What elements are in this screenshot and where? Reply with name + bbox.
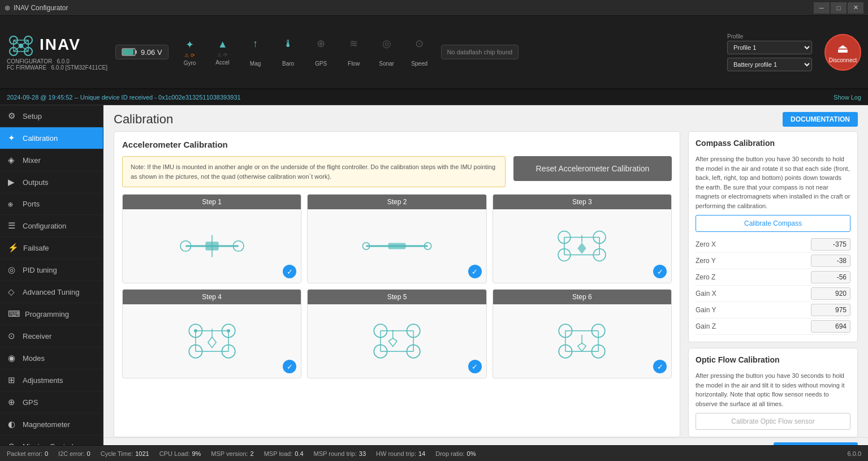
show-log-button[interactable]: Show Log — [834, 94, 861, 101]
gain-x-input[interactable] — [811, 287, 850, 300]
outputs-icon: ▶ — [8, 177, 18, 187]
inav-logo-icon — [7, 33, 35, 56]
i2c-error-label: I2C error: — [58, 450, 84, 457]
app-icon: ⊛ — [5, 4, 10, 12]
ports-icon: ⎈ — [8, 199, 18, 209]
step-6-check: ✓ — [653, 360, 667, 373]
save-reboot-button[interactable]: Save and Reboot — [774, 442, 858, 445]
drop-ratio-value: 0% — [467, 450, 476, 457]
failsafe-icon: ⚡ — [8, 243, 19, 253]
zero-x-input[interactable] — [811, 238, 850, 251]
accel-section: Accelerometer Calibration Note: If the I… — [114, 131, 680, 437]
sensor-speed: ⊙ Speed — [405, 37, 434, 67]
speed-icon: ⊙ — [415, 37, 424, 50]
cpu-load-value: 9% — [192, 450, 201, 457]
gain-z-label: Gain Z — [696, 322, 716, 330]
optic-flow-panel: Optic Flow Calibration After pressing th… — [688, 348, 858, 437]
baro-icon: 🌡 — [283, 38, 293, 50]
profile-select[interactable]: Profile 1 Profile 2 Profile 3 — [727, 41, 812, 54]
documentation-button[interactable]: DOCUMENTATION — [783, 112, 858, 127]
zero-z-row: Zero Z — [696, 269, 850, 286]
sidebar-item-configuration[interactable]: ☰ Configuration — [0, 215, 103, 237]
step-4-drone-icon — [172, 318, 252, 364]
flow-icon: ≋ — [349, 37, 358, 50]
programming-icon: ⌨ — [8, 309, 20, 319]
step-5-card: Step 5 — [307, 289, 486, 378]
app-title: ⊛ INAV Configurator — [5, 4, 68, 12]
zero-y-input[interactable] — [811, 255, 850, 267]
sidebar-item-modes[interactable]: ◉ Modes — [0, 347, 103, 369]
battery-profile-select[interactable]: Battery profile 1 Battery profile 2 — [727, 58, 812, 71]
step-2-check: ✓ — [468, 265, 482, 278]
sidebar-item-advanced-tuning[interactable]: ◇ Advanced Tuning — [0, 281, 103, 303]
step-5-drone-icon — [357, 318, 437, 364]
zero-x-label: Zero X — [696, 240, 716, 248]
svg-marker-43 — [208, 337, 216, 348]
sidebar-item-pid-tuning[interactable]: ◎ PID tuning — [0, 259, 103, 281]
step-1-drone-icon — [172, 223, 252, 269]
sidebar-item-receiver[interactable]: ⊙ Receiver — [0, 325, 103, 347]
sidebar: ⚙ Setup ✦ Calibration ◈ Mixer ▶ Outputs … — [0, 105, 103, 445]
step-4-check: ✓ — [283, 360, 296, 373]
svg-marker-65 — [578, 343, 586, 352]
setup-icon: ⚙ — [8, 111, 18, 121]
sidebar-item-outputs[interactable]: ▶ Outputs — [0, 171, 103, 193]
profile-area: Profile Profile 1 Profile 2 Profile 3 Ba… — [727, 33, 818, 71]
sidebar-item-ports[interactable]: ⎈ Ports — [0, 193, 103, 215]
msp-round-value: 33 — [359, 450, 366, 457]
sidebar-item-failsafe[interactable]: ⚡ Failsafe — [0, 237, 103, 259]
compass-desc: After pressing the button you have 30 se… — [696, 154, 850, 210]
msp-version-label: MSP version: — [211, 450, 248, 457]
logo-area: INAV CONFIGURATOR 6.0.0 FC FIRMWARE 6.0.… — [7, 33, 109, 71]
sensor-accel: ▲ ⚠ ⟳ Accel — [208, 38, 237, 66]
msp-version-value: 2 — [251, 450, 254, 457]
sidebar-item-gps[interactable]: ⊕ GPS — [0, 391, 103, 413]
battery-icon — [122, 48, 137, 57]
sidebar-item-calibration[interactable]: ✦ Calibration — [0, 127, 103, 149]
gain-x-label: Gain X — [696, 290, 716, 298]
sensor-flow: ≋ Flow — [339, 37, 369, 67]
optic-flow-title: Optic Flow Calibration — [696, 355, 850, 364]
close-button[interactable]: ✕ — [848, 2, 863, 14]
disconnect-button[interactable]: ⏏ Disconnect — [824, 34, 861, 71]
minimize-button[interactable]: ─ — [814, 2, 830, 14]
sidebar-item-magnetometer[interactable]: ◐ Magnetometer — [0, 413, 103, 436]
zero-z-input[interactable] — [811, 271, 850, 283]
cycle-time-label: Cycle Time: — [101, 450, 133, 457]
step-5-header: Step 5 — [308, 290, 486, 304]
battery-display: 9.06 V — [115, 45, 169, 59]
step-3-card: Step 3 — [493, 194, 672, 283]
gain-y-label: Gain Y — [696, 306, 716, 314]
svg-marker-33 — [578, 243, 587, 254]
i2c-error-value: 0 — [87, 450, 90, 457]
sidebar-item-programming[interactable]: ⌨ Programming — [0, 303, 103, 325]
sidebar-item-mixer[interactable]: ◈ Mixer — [0, 149, 103, 171]
advanced-tuning-icon: ◇ — [8, 287, 18, 297]
modes-icon: ◉ — [8, 353, 18, 363]
gain-y-input[interactable] — [811, 304, 850, 316]
config-icon: ☰ — [8, 221, 18, 231]
drop-ratio-label: Drop ratio: — [435, 450, 464, 457]
sidebar-item-mission-control[interactable]: ⊛ Mission Control — [0, 436, 103, 445]
calibrate-optic-flow-button[interactable]: Calibrate Optic Flow sensor — [696, 413, 850, 430]
gps-icon: ⊕ — [317, 37, 325, 50]
receiver-icon: ⊙ — [8, 331, 18, 341]
accel-title: Accelerometer Calibration — [122, 140, 672, 149]
gain-z-input[interactable] — [811, 320, 850, 333]
cpu-load-label: CPU Load: — [159, 450, 190, 457]
logo-subtitle: CONFIGURATOR 6.0.0 FC FIRMWARE 6.0.0 [ST… — [7, 58, 109, 71]
step-4-header: Step 4 — [123, 290, 301, 304]
version-label: 6.0.0 — [848, 450, 861, 457]
svg-rect-15 — [123, 49, 133, 55]
zero-z-label: Zero Z — [696, 273, 715, 281]
packet-error-label: Packet error: — [7, 450, 42, 457]
sidebar-item-adjustments[interactable]: ⊞ Adjustments — [0, 369, 103, 391]
calibrate-compass-button[interactable]: Calibrate Compass — [696, 215, 850, 232]
svg-rect-20 — [205, 242, 218, 251]
voltage-display: 9.06 V — [141, 48, 162, 57]
step-3-header: Step 3 — [493, 195, 671, 209]
maximize-button[interactable]: □ — [831, 2, 847, 14]
sidebar-item-setup[interactable]: ⚙ Setup — [0, 105, 103, 127]
mixer-icon: ◈ — [8, 155, 18, 165]
reset-accel-button[interactable]: Reset Accelerometer Calibration — [513, 156, 672, 181]
